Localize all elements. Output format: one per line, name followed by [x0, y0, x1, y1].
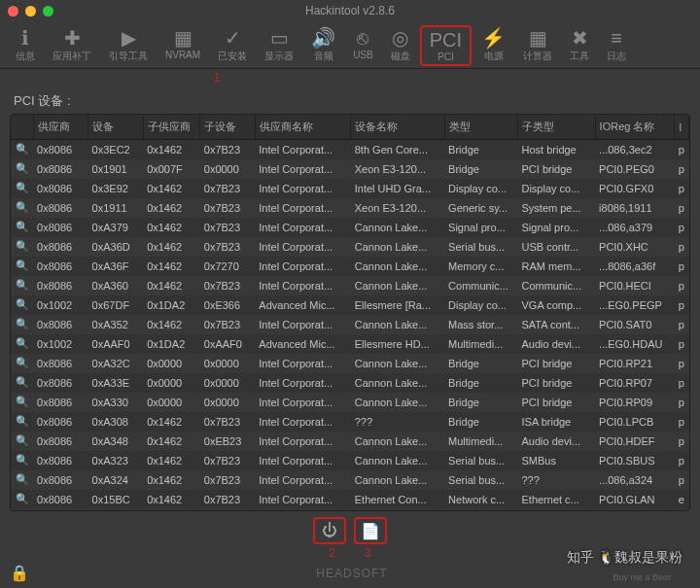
table-row[interactable]: 🔍0x80860xA3080x14620x7B23Intel Corporat.… — [11, 412, 689, 432]
cell: p — [675, 470, 689, 490]
table-row[interactable]: 🔍0x80860xA3240x14620x7B23Intel Corporat.… — [11, 470, 689, 490]
cell: 0x8086 — [33, 218, 88, 237]
table-row[interactable]: 🔍0x10020x67DF0x1DA20xE366Advanced Mic...… — [11, 295, 689, 315]
cell: Bridge — [444, 354, 517, 373]
magnifier-icon[interactable]: 🔍 — [11, 140, 33, 159]
toolbar-btn-计算器[interactable]: ▦计算器 — [515, 25, 560, 66]
table-row[interactable]: 🔍0x80860xA36F0x14620x7270Intel Corporat.… — [11, 257, 689, 276]
toolbar-btn-已安装[interactable]: ✓已安装 — [210, 25, 255, 66]
cell: System pe... — [517, 198, 595, 218]
cell: 0xA33E — [88, 373, 144, 393]
cell: Mass stor... — [444, 315, 517, 334]
table-row[interactable]: 🔍0x80860xA3300x00000x0000Intel Corporat.… — [11, 393, 689, 412]
magnifier-icon[interactable]: 🔍 — [11, 159, 33, 179]
table-row[interactable]: 🔍0x80860x3EC20x14620x7B23Intel Corporat.… — [11, 140, 689, 159]
export-button[interactable]: 📄 — [354, 517, 387, 544]
lock-icon[interactable]: 🔒 — [10, 564, 29, 582]
cell: ...086,3ec2 — [595, 140, 675, 159]
cell: 0xA324 — [88, 470, 144, 490]
toolbar-label: USB — [353, 50, 373, 60]
table-row[interactable]: 🔍0x80860xA3790x14620x7B23Intel Corporat.… — [11, 218, 689, 237]
toolbar-btn-USB[interactable]: ⎋USB — [345, 25, 381, 66]
cell: 0x7270 — [200, 257, 256, 276]
cell: 0x1462 — [143, 198, 200, 218]
magnifier-icon[interactable]: 🔍 — [11, 295, 33, 315]
magnifier-icon[interactable]: 🔍 — [11, 334, 33, 354]
cell: p — [675, 237, 689, 257]
col-header[interactable]: 供应商 — [33, 115, 88, 140]
toolbar-btn-信息[interactable]: ℹ信息 — [8, 25, 43, 66]
cell: 0xA348 — [88, 432, 144, 451]
cell: 0x1462 — [143, 451, 200, 470]
col-header[interactable]: 类型 — [444, 115, 517, 140]
cell: ??? — [517, 470, 595, 490]
magnifier-icon[interactable]: 🔍 — [11, 412, 33, 432]
table-row[interactable]: 🔍0x80860xA32C0x00000x0000Intel Corporat.… — [11, 354, 689, 373]
toolbar-btn-磁盘[interactable]: ◎磁盘 — [383, 25, 418, 66]
table-row[interactable]: 🔍0x80860xA3600x14620x7B23Intel Corporat.… — [11, 276, 689, 295]
power-button[interactable]: ⏻ — [313, 517, 346, 544]
magnifier-icon[interactable]: 🔍 — [11, 218, 33, 237]
toolbar-btn-PCI[interactable]: PCIPCI — [420, 25, 472, 66]
magnifier-icon[interactable]: 🔍 — [11, 237, 33, 257]
cell: Intel Corporat... — [255, 140, 350, 159]
cell: PCI0.PEG0 — [595, 159, 675, 179]
magnifier-icon[interactable]: 🔍 — [11, 354, 33, 373]
toolbar-label: 应用补丁 — [52, 50, 91, 63]
toolbar-btn-工具[interactable]: ✖工具 — [562, 25, 597, 66]
magnifier-icon[interactable]: 🔍 — [11, 315, 33, 334]
magnifier-icon[interactable]: 🔍 — [11, 393, 33, 412]
magnifier-icon[interactable]: 🔍 — [11, 179, 33, 198]
col-header[interactable]: 设备名称 — [351, 115, 444, 140]
table-row[interactable]: 🔍0x80860xA3520x14620x7B23Intel Corporat.… — [11, 315, 689, 334]
toolbar-btn-音频[interactable]: 🔊音频 — [303, 25, 343, 66]
magnifier-icon[interactable]: 🔍 — [11, 470, 33, 490]
col-header[interactable]: I — [675, 115, 689, 140]
magnifier-icon[interactable]: 🔍 — [11, 451, 33, 470]
table-row[interactable]: 🔍0x80860x15BC0x14620x7B23Intel Corporat.… — [11, 490, 689, 509]
table-row[interactable]: 🔍0x80860xA3230x14620x7B23Intel Corporat.… — [11, 451, 689, 470]
toolbar-label: 信息 — [16, 50, 35, 63]
应用补丁-icon: ✚ — [64, 27, 81, 49]
table-row[interactable]: 🔍0x80860xA33E0x00000x0000Intel Corporat.… — [11, 373, 689, 393]
table-row[interactable]: 🔍0x80860x19110x14620x7B23Intel Corporat.… — [11, 198, 689, 218]
cell: SMBus — [517, 451, 595, 470]
magnifier-icon[interactable]: 🔍 — [11, 432, 33, 451]
col-header[interactable]: 设备 — [88, 115, 144, 140]
col-header[interactable]: 子设备 — [200, 115, 256, 140]
磁盘-icon: ◎ — [392, 27, 408, 49]
section-label: PCI 设备 : — [0, 85, 700, 114]
minimize-button[interactable] — [25, 6, 36, 17]
cell: 0x1DA2 — [143, 334, 200, 354]
toolbar-btn-NVRAM[interactable]: ▦NVRAM — [158, 25, 208, 66]
table-row[interactable]: 🔍0x10020xAAF00x1DA20xAAF0Advanced Mic...… — [11, 334, 689, 354]
col-header[interactable]: 供应商名称 — [255, 115, 350, 140]
table-row[interactable]: 🔍0x80860xA3480x14620xEB23Intel Corporat.… — [11, 432, 689, 451]
magnifier-icon[interactable]: 🔍 — [11, 257, 33, 276]
table-header-row[interactable]: 供应商设备子供应商子设备供应商名称设备名称类型子类型IOReg 名称I — [11, 115, 689, 140]
table-body[interactable]: 🔍0x80860x3EC20x14620x7B23Intel Corporat.… — [11, 140, 689, 512]
toolbar-btn-引导工具[interactable]: ▶引导工具 — [101, 25, 156, 66]
close-button[interactable] — [8, 6, 18, 17]
col-header[interactable]: IOReg 名称 — [595, 115, 675, 140]
toolbar-label: 显示器 — [264, 50, 294, 63]
cell: USB contr... — [517, 237, 595, 257]
table-row[interactable]: 🔍0x80860x3E920x14620x7B23Intel Corporat.… — [11, 179, 689, 198]
cell: 0x8086 — [33, 393, 88, 412]
magnifier-icon[interactable]: 🔍 — [11, 198, 33, 218]
zoom-button[interactable] — [43, 6, 53, 17]
table-row[interactable]: 🔍0x80860x19010x007F0x0000Intel Corporat.… — [11, 159, 689, 179]
col-header[interactable] — [11, 115, 33, 140]
toolbar-btn-日志[interactable]: ≡日志 — [599, 25, 634, 66]
toolbar-btn-应用补丁[interactable]: ✚应用补丁 — [45, 25, 99, 66]
引导工具-icon: ▶ — [122, 27, 136, 49]
toolbar-btn-电源[interactable]: ⚡电源 — [473, 25, 513, 66]
magnifier-icon[interactable]: 🔍 — [11, 490, 33, 509]
table-row[interactable]: 🔍0x80860xA36D0x14620x7B23Intel Corporat.… — [11, 237, 689, 257]
col-header[interactable]: 子供应商 — [143, 115, 200, 140]
magnifier-icon[interactable]: 🔍 — [11, 373, 33, 393]
col-header[interactable]: 子类型 — [517, 115, 595, 140]
magnifier-icon[interactable]: 🔍 — [11, 276, 33, 295]
toolbar-btn-显示器[interactable]: ▭显示器 — [257, 25, 301, 66]
cell: PCI0.HECI — [595, 276, 675, 295]
